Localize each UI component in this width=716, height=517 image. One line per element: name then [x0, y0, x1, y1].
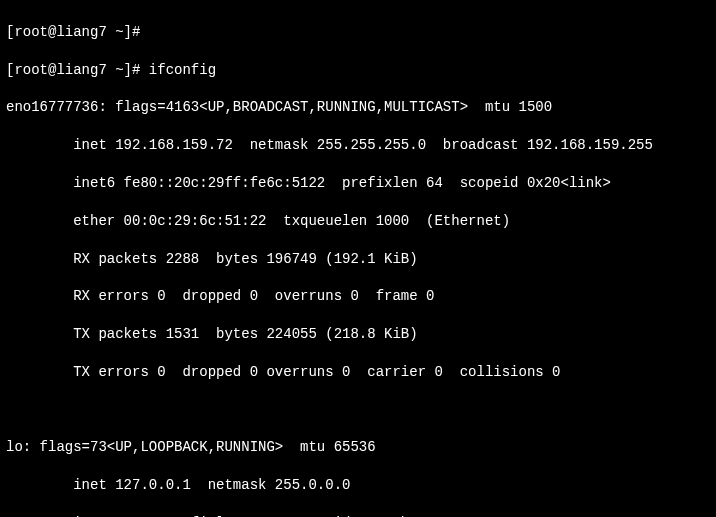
iface-tx-packets: TX packets 1531 bytes 224055 (218.8 KiB) [6, 325, 710, 344]
iface-ether: ether 00:0c:29:6c:51:22 txqueuelen 1000 … [6, 212, 710, 231]
iface-header: lo: flags=73<UP,LOOPBACK,RUNNING> mtu 65… [6, 438, 710, 457]
prompt-line-command: [root@liang7 ~]# ifconfig [6, 61, 710, 80]
iface-inet6: inet6 fe80::20c:29ff:fe6c:5122 prefixlen… [6, 174, 710, 193]
iface-header: eno16777736: flags=4163<UP,BROADCAST,RUN… [6, 98, 710, 117]
blank-line [6, 401, 710, 420]
terminal-output[interactable]: [root@liang7 ~]# [root@liang7 ~]# ifconf… [0, 0, 716, 517]
iface-rx-packets: RX packets 2288 bytes 196749 (192.1 KiB) [6, 250, 710, 269]
iface-inet: inet 127.0.0.1 netmask 255.0.0.0 [6, 476, 710, 495]
iface-tx-errors: TX errors 0 dropped 0 overruns 0 carrier… [6, 363, 710, 382]
iface-inet: inet 192.168.159.72 netmask 255.255.255.… [6, 136, 710, 155]
iface-rx-errors: RX errors 0 dropped 0 overruns 0 frame 0 [6, 287, 710, 306]
prompt-line-partial: [root@liang7 ~]# [6, 23, 710, 42]
